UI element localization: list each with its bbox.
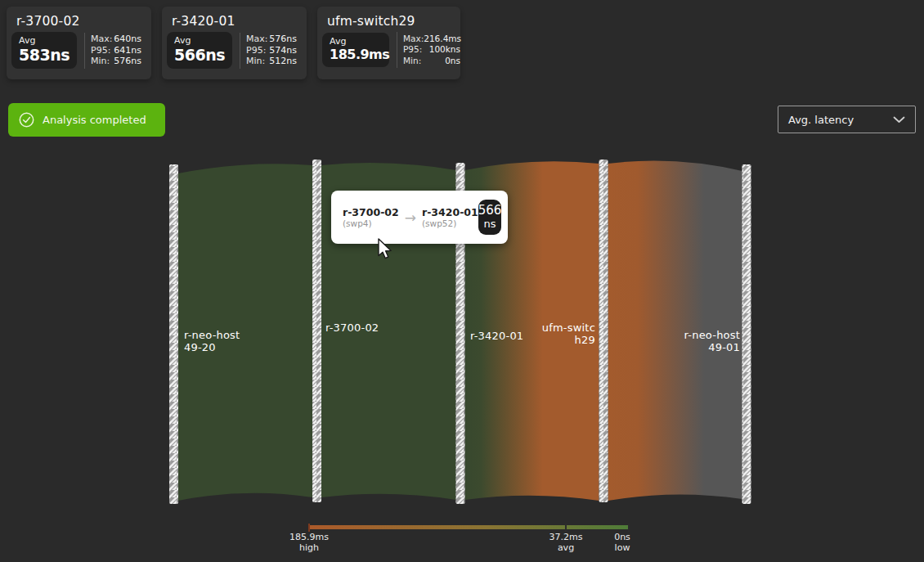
legend-tick-high [308, 524, 310, 532]
card-body: Avg 583ns Max:640ns P95:641ns Min:576ns [11, 32, 151, 69]
stat-label: P95: [246, 45, 266, 56]
legend-label-low: 0ns low [606, 532, 639, 553]
stat-value: 576ns [114, 56, 141, 67]
stat-label: Max: [91, 34, 112, 45]
arrow-right-icon: → [405, 209, 416, 226]
stat-card-ufm-switch29: ufm-switch29 Avg 185.9ms Max:216.4ms P95… [317, 7, 460, 79]
stat-card-r-3420-01: r-3420-01 Avg 566ns Max:576ns P95:574ns … [162, 7, 307, 79]
node-label-line: h29 [523, 335, 595, 347]
stats-list: Max:640ns P95:641ns Min:576ns [91, 34, 141, 67]
stat-value: 576ns [269, 34, 297, 45]
sankey-node-r-neo-host-49-01[interactable] [742, 164, 751, 504]
mouse-cursor [377, 238, 393, 261]
legend-text: low [606, 542, 639, 553]
node-label-line: r-neo-host [658, 330, 740, 342]
latency-value: 566 [478, 204, 502, 218]
tooltip-source-port: (swp4) [343, 218, 399, 228]
tooltip-source-name: r-3700-02 [343, 206, 399, 218]
latency-unit: ns [484, 218, 496, 231]
node-label-line: r-3700-02 [325, 322, 379, 335]
node-label-r-3420-01: r-3420-01 [470, 330, 523, 343]
card-title: ufm-switch29 [327, 14, 460, 29]
tooltip-target-name: r-3420-01 [422, 206, 478, 218]
latency-color-scale [309, 525, 630, 529]
stat-label: Max: [246, 34, 267, 45]
stat-row: Max:216.4ms [403, 34, 460, 45]
stat-row: Max:640ns [91, 34, 141, 45]
stat-value: 0ns [445, 56, 460, 67]
stat-row: Min:512ns [246, 56, 297, 67]
stat-row: Min:0ns [403, 56, 460, 67]
avg-latency-box: Avg 185.9ms [322, 33, 389, 67]
tooltip-target-node: r-3420-01 (swp52) [422, 206, 478, 228]
node-label-line: r-3420-01 [470, 330, 523, 343]
divider [240, 33, 240, 69]
stat-row: Max:576ns [246, 34, 297, 45]
node-label-r-neo-host-49-20: r-neo-host 49-20 [184, 330, 240, 353]
stat-label: Max: [403, 34, 424, 45]
stat-label: P95: [91, 45, 110, 56]
tooltip-target-port: (swp52) [422, 218, 478, 228]
node-label-line: ufm-switc [523, 322, 595, 335]
legend-value: 185.9ms [285, 532, 334, 542]
legend-text: high [285, 542, 334, 553]
avg-latency-box: Avg 566ns [167, 32, 232, 69]
stat-label: Min: [246, 56, 265, 67]
stat-label: Min: [403, 56, 421, 67]
divider [84, 33, 85, 69]
analysis-status-banner: Analysis completed [8, 103, 165, 137]
legend-label-high: 185.9ms high [285, 532, 334, 553]
stat-card-r-3700-02: r-3700-02 Avg 583ns Max:640ns P95:641ns … [7, 7, 151, 79]
stat-row: P95:574ns [246, 45, 297, 56]
card-body: Avg 566ns Max:576ns P95:574ns Min:512ns [167, 32, 307, 69]
node-label-r-neo-host-49-01: r-neo-host 49-01 [658, 330, 740, 353]
avg-value: 185.9ms [330, 47, 382, 62]
divider [397, 32, 397, 68]
tooltip-source-node: r-3700-02 (swp4) [343, 206, 399, 228]
banner-text: Analysis completed [43, 114, 146, 126]
stats-list: Max:576ns P95:574ns Min:512ns [246, 34, 297, 67]
stat-value: 574ns [269, 45, 297, 56]
legend-text: avg [541, 542, 590, 553]
avg-label: Avg [174, 35, 225, 46]
avg-label: Avg [19, 35, 70, 46]
avg-value: 566ns [174, 46, 225, 64]
node-label-line: r-neo-host [184, 330, 240, 342]
node-label-line: 49-20 [184, 342, 240, 354]
legend-tick-low [628, 524, 630, 532]
stats-list: Max:216.4ms P95:100kns Min:0ns [403, 34, 460, 67]
stat-value: 216.4ms [424, 34, 461, 45]
stat-row: Min:576ns [91, 56, 141, 67]
stat-label: P95: [403, 44, 422, 56]
dropdown-selected-value: Avg. latency [788, 114, 854, 126]
stat-value: 100kns [429, 44, 460, 56]
avg-value: 583ns [19, 46, 70, 64]
stat-row: P95:641ns [91, 45, 141, 56]
stat-value: 512ns [269, 56, 297, 67]
legend-label-avg: 37.2ms avg [541, 532, 590, 553]
metric-dropdown[interactable]: Avg. latency [778, 106, 916, 133]
sankey-node-r-3700-02[interactable] [312, 160, 321, 502]
legend-value: 37.2ms [541, 532, 590, 542]
stat-value: 641ns [114, 45, 141, 56]
stat-row: P95:100kns [403, 44, 460, 56]
latency-value-badge: 566 ns [478, 200, 502, 235]
avg-latency-box: Avg 583ns [11, 32, 77, 69]
sankey-node-ufm-switch29[interactable] [599, 160, 608, 502]
node-label-line: 49-01 [658, 342, 740, 354]
stat-value: 640ns [114, 34, 141, 45]
card-title: r-3700-02 [16, 14, 151, 29]
latency-analysis-screen: r-3700-02 Avg 583ns Max:640ns P95:641ns … [0, 0, 924, 562]
stat-label: Min: [91, 56, 110, 67]
card-title: r-3420-01 [172, 14, 307, 29]
link-tooltip: r-3700-02 (swp4) → r-3420-01 (swp52) 566… [331, 191, 508, 244]
sankey-node-r-neo-host-49-20[interactable] [169, 164, 178, 504]
legend-value: 0ns [606, 532, 639, 542]
avg-label: Avg [330, 36, 382, 47]
node-label-ufm-switch29: ufm-switc h29 [523, 322, 595, 346]
chevron-down-icon [893, 116, 905, 124]
card-body: Avg 185.9ms Max:216.4ms P95:100kns Min:0… [322, 32, 460, 68]
check-circle-icon [19, 112, 34, 128]
legend-tick-avg [565, 524, 567, 532]
node-label-r-3700-02: r-3700-02 [325, 322, 379, 335]
